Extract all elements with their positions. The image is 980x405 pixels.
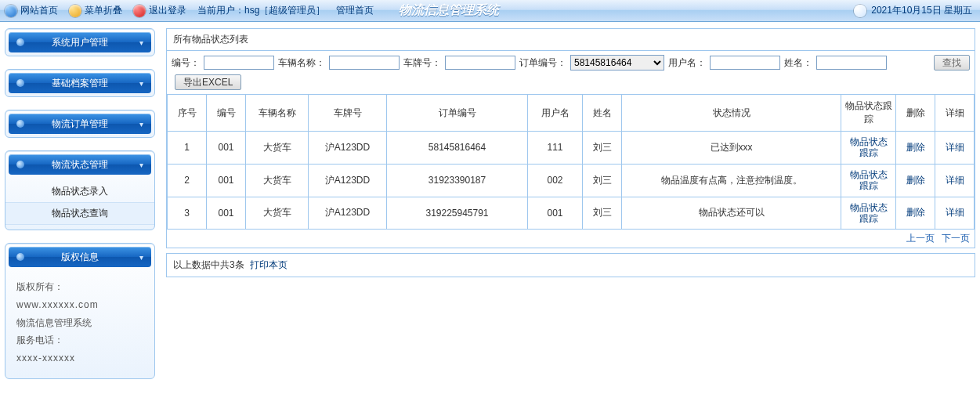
col-7: 状态情况 — [622, 95, 841, 132]
mail-icon — [854, 5, 866, 17]
chevron-down-icon: ▾ — [139, 120, 143, 128]
lbl-user: 用户名： — [668, 56, 706, 70]
col-0: 序号 — [168, 95, 207, 132]
cell: 001 — [207, 132, 246, 165]
globe-icon — [5, 5, 17, 17]
menu-collapse-link[interactable]: 菜单折叠 — [69, 4, 122, 17]
cell: 002 — [528, 164, 583, 197]
collapse-label: 菜单折叠 — [85, 4, 122, 17]
data-table: 序号编号车辆名称车牌号订单编号用户名姓名状态情况物品状态跟踪删除详细 1001大… — [167, 94, 975, 230]
collapse-icon — [69, 5, 81, 17]
cell: 2 — [168, 164, 207, 197]
print-page-link[interactable]: 打印本页 — [250, 259, 287, 270]
home-link[interactable]: 网站首页 — [5, 4, 58, 17]
cell: 物品状态还可以 — [622, 197, 841, 230]
cell: 沪A123DD — [309, 132, 387, 165]
panel-hd-status-mgmt[interactable]: 物流状态管理▾ — [9, 154, 151, 175]
dot-icon — [16, 79, 24, 87]
export-excel-button[interactable]: 导出EXCEL — [175, 74, 241, 90]
dot-icon — [16, 161, 24, 168]
input-vehicle[interactable] — [329, 56, 400, 70]
table-row: 1001大货车沪A123DD58145816464111刘三已达到xxx物品状态… — [168, 132, 975, 165]
logout-link[interactable]: 退出登录 — [133, 4, 186, 17]
cell: 31923390187 — [387, 164, 528, 197]
topbar: 网站首页 菜单折叠 退出登录 当前用户：hsg［超级管理员］ 管理首页 物流信息… — [0, 0, 980, 22]
col-2: 车辆名称 — [246, 95, 309, 132]
detail-link[interactable]: 详细 — [935, 197, 975, 230]
track-link[interactable]: 物品状态跟踪 — [841, 197, 896, 230]
cell: 沪A123DD — [309, 197, 387, 230]
chevron-down-icon: ▾ — [139, 253, 143, 262]
cell: 1 — [168, 132, 207, 165]
next-page[interactable]: 下一页 — [942, 233, 970, 244]
logout-icon — [133, 5, 146, 17]
sidebar-item-status-input[interactable]: 物品状态录入 — [5, 181, 154, 202]
topbar-date: 2021年10月15日 星期五 — [854, 4, 972, 17]
search-button[interactable]: 查找 — [934, 55, 970, 71]
col-3: 车牌号 — [309, 95, 387, 132]
sidebar: 系统用户管理▾ 基础档案管理▾ 物流订单管理▾ 物流状态管理▾ 物品状态录入 物… — [5, 28, 155, 392]
dot-icon — [16, 120, 24, 128]
panel-hd-order-mgmt[interactable]: 物流订单管理▾ — [9, 114, 151, 134]
cell: 刘三 — [583, 132, 622, 165]
panel-hd-base-archive[interactable]: 基础档案管理▾ — [9, 73, 151, 93]
track-link[interactable]: 物品状态跟踪 — [841, 164, 896, 197]
cell: 大货车 — [246, 132, 309, 165]
col-9: 删除 — [896, 95, 935, 132]
delete-link[interactable]: 删除 — [896, 164, 935, 197]
col-10: 详细 — [935, 95, 975, 132]
dot-icon — [16, 38, 24, 46]
panel-user-mgmt: 系统用户管理▾ — [5, 28, 155, 56]
col-5: 用户名 — [528, 95, 583, 132]
track-link[interactable]: 物品状态跟踪 — [841, 132, 896, 165]
panel-order-mgmt: 物流订单管理▾ — [5, 110, 155, 138]
cell: 已达到xxx — [622, 132, 841, 165]
panel-hd-user-mgmt[interactable]: 系统用户管理▾ — [9, 32, 151, 52]
cell: 大货车 — [246, 164, 309, 197]
select-order[interactable]: 58145816464 — [570, 55, 664, 71]
detail-link[interactable]: 详细 — [935, 164, 975, 197]
system-title: 物流信息管理系统 — [399, 2, 499, 19]
col-8: 物品状态跟踪 — [841, 95, 896, 132]
detail-link[interactable]: 详细 — [935, 132, 975, 165]
cell: 沪A123DD — [309, 164, 387, 197]
logout-label: 退出登录 — [149, 4, 186, 17]
footer-box: 以上数据中共3条 打印本页 — [166, 253, 975, 277]
cell: 大货车 — [246, 197, 309, 230]
lbl-plate: 车牌号： — [403, 56, 441, 70]
input-code[interactable] — [204, 56, 274, 70]
col-4: 订单编号 — [387, 95, 528, 132]
delete-link[interactable]: 删除 — [896, 197, 935, 230]
col-6: 姓名 — [583, 95, 622, 132]
col-1: 编号 — [207, 95, 246, 132]
chevron-down-icon: ▾ — [139, 79, 143, 88]
cell: 物品温度有点高，注意控制温度。 — [622, 164, 841, 197]
input-plate[interactable] — [445, 56, 515, 70]
cell: 001 — [207, 164, 246, 197]
lbl-name: 姓名： — [784, 56, 812, 70]
cell: 刘三 — [583, 164, 622, 197]
panel-body-status: 物品状态录入 物品状态查询 — [5, 178, 154, 230]
sidebar-item-status-query[interactable]: 物品状态查询 — [5, 202, 154, 225]
pager: 上一页 下一页 — [167, 230, 975, 248]
lbl-order: 订单编号： — [519, 56, 566, 70]
panel-hd-copyright[interactable]: 版权信息▾ — [9, 247, 151, 267]
cell: 319225945791 — [387, 197, 528, 230]
home-label: 网站首页 — [20, 4, 58, 17]
panel-status-mgmt: 物流状态管理▾ 物品状态录入 物品状态查询 — [5, 150, 155, 230]
admin-home-link[interactable]: 管理首页 — [336, 4, 374, 17]
table-row: 3001大货车沪A123DD319225945791001刘三物品状态还可以物品… — [168, 197, 975, 230]
chevron-down-icon: ▾ — [139, 38, 143, 47]
cell: 3 — [168, 197, 207, 230]
panel-copyright: 版权信息▾ 版权所有： www.xxxxxx.com 物流信息管理系统 服务电话… — [5, 243, 155, 379]
cell: 刘三 — [583, 197, 622, 230]
input-user[interactable] — [710, 56, 780, 70]
lbl-vehicle: 车辆名称： — [278, 56, 325, 70]
input-name[interactable] — [816, 56, 887, 70]
delete-link[interactable]: 删除 — [896, 132, 935, 165]
main: 所有物品状态列表 编号： 车辆名称： 车牌号： 订单编号： 5814581646… — [166, 28, 975, 277]
cell: 001 — [207, 197, 246, 230]
panel-base-archive: 基础档案管理▾ — [5, 69, 155, 97]
prev-page[interactable]: 上一页 — [906, 233, 935, 244]
dot-icon — [16, 253, 24, 261]
